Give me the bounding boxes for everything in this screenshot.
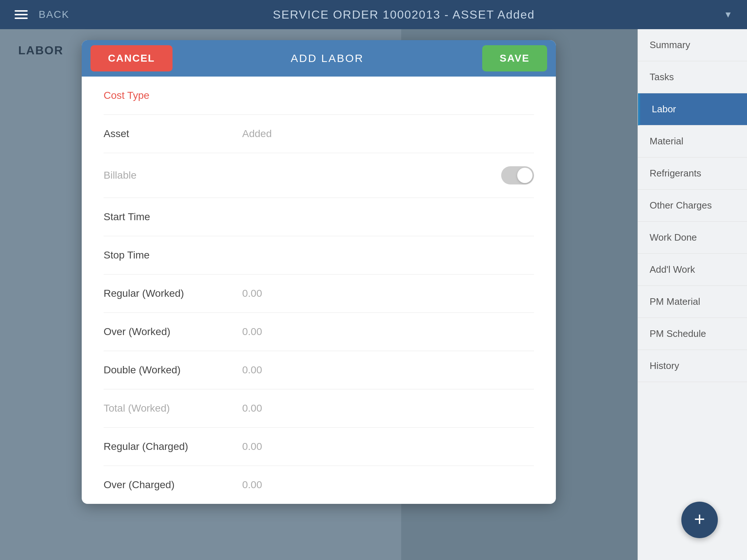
sidebar-item-work-done[interactable]: Work Done — [638, 222, 747, 254]
form-row-6: Over (Worked)0.00 — [104, 313, 534, 351]
form-row-7: Double (Worked)0.00 — [104, 351, 534, 389]
form-label-4: Stop Time — [104, 249, 242, 261]
sidebar-item-addl-work[interactable]: Add'l Work — [638, 254, 747, 286]
sidebar-item-material[interactable]: Material — [638, 125, 747, 158]
sidebar-item-label-history: History — [650, 360, 679, 372]
form-label-6: Over (Worked) — [104, 326, 242, 338]
billable-toggle[interactable] — [501, 166, 534, 184]
billable-toggle-container — [242, 166, 534, 184]
form-label-7: Double (Worked) — [104, 364, 242, 376]
sidebar-item-label-summary: Summary — [650, 39, 690, 51]
sidebar-item-tasks[interactable]: Tasks — [638, 61, 747, 93]
dropdown-icon[interactable]: ▼ — [724, 9, 732, 20]
back-button[interactable]: BACK — [39, 9, 69, 20]
plus-icon: + — [694, 510, 705, 529]
modal-header: CANCEL ADD LABOR SAVE — [82, 40, 556, 77]
form-label-5: Regular (Worked) — [104, 288, 242, 299]
form-label-9: Regular (Charged) — [104, 441, 242, 452]
add-labor-modal: CANCEL ADD LABOR SAVE Cost TypeAssetAdde… — [82, 40, 556, 504]
modal-overlay: CANCEL ADD LABOR SAVE Cost TypeAssetAdde… — [0, 29, 638, 560]
sidebar-item-label-other-charges: Other Charges — [650, 200, 712, 211]
form-value-1[interactable]: Added — [242, 128, 534, 140]
form-label-3: Start Time — [104, 211, 242, 223]
sidebar-item-summary[interactable]: Summary — [638, 29, 747, 61]
form-value-6[interactable]: 0.00 — [242, 326, 534, 338]
form-row-10: Over (Charged)0.00 — [104, 466, 534, 504]
sidebar-item-label-pm-material: PM Material — [650, 296, 700, 307]
form-label-0: Cost Type — [104, 90, 242, 101]
form-value-9[interactable]: 0.00 — [242, 441, 534, 452]
toggle-knob — [517, 168, 533, 183]
fab-add-button[interactable]: + — [681, 502, 718, 538]
sidebar-item-other-charges[interactable]: Other Charges — [638, 190, 747, 222]
form-row-1: AssetAdded — [104, 115, 534, 153]
sidebar-item-label-tasks: Tasks — [650, 71, 674, 83]
form-row-8: Total (Worked)0.00 — [104, 389, 534, 428]
sidebar-item-refrigerants[interactable]: Refrigerants — [638, 158, 747, 190]
right-sidebar: SummaryTasksLaborMaterialRefrigerantsOth… — [638, 29, 747, 560]
form-value-8[interactable]: 0.00 — [242, 402, 534, 414]
form-label-1: Asset — [104, 128, 242, 140]
modal-title: ADD LABOR — [291, 52, 364, 65]
form-row-2: Billable — [104, 153, 534, 198]
sidebar-item-label-work-done: Work Done — [650, 232, 697, 243]
form-value-7[interactable]: 0.00 — [242, 364, 534, 376]
form-row-0: Cost Type — [104, 77, 534, 115]
cancel-button[interactable]: CANCEL — [90, 45, 173, 71]
sidebar-item-history[interactable]: History — [638, 350, 747, 382]
sidebar-item-label-refrigerants: Refrigerants — [650, 168, 701, 179]
sidebar-item-label-addl-work: Add'l Work — [650, 264, 695, 275]
sidebar-item-label-material: Material — [650, 136, 683, 147]
header-title: SERVICE ORDER 10002013 - ASSET Added — [84, 8, 724, 22]
form-value-5[interactable]: 0.00 — [242, 288, 534, 299]
form-value-10[interactable]: 0.00 — [242, 479, 534, 491]
form-label-2: Billable — [104, 170, 242, 181]
top-header: BACK SERVICE ORDER 10002013 - ASSET Adde… — [0, 0, 747, 29]
form-row-4: Stop Time — [104, 236, 534, 275]
form-row-3: Start Time — [104, 198, 534, 236]
menu-icon[interactable] — [15, 10, 28, 19]
form-row-5: Regular (Worked)0.00 — [104, 275, 534, 313]
sidebar-item-pm-schedule[interactable]: PM Schedule — [638, 318, 747, 350]
sidebar-item-pm-material[interactable]: PM Material — [638, 286, 747, 318]
sidebar-item-labor[interactable]: Labor — [638, 93, 747, 125]
sidebar-item-label-labor: Labor — [652, 104, 676, 115]
form-label-8: Total (Worked) — [104, 402, 242, 414]
sidebar-item-label-pm-schedule: PM Schedule — [650, 328, 706, 339]
modal-content: Cost TypeAssetAddedBillableStart TimeSto… — [82, 77, 556, 504]
form-label-10: Over (Charged) — [104, 479, 242, 491]
save-button[interactable]: SAVE — [482, 45, 547, 71]
form-row-9: Regular (Charged)0.00 — [104, 428, 534, 466]
